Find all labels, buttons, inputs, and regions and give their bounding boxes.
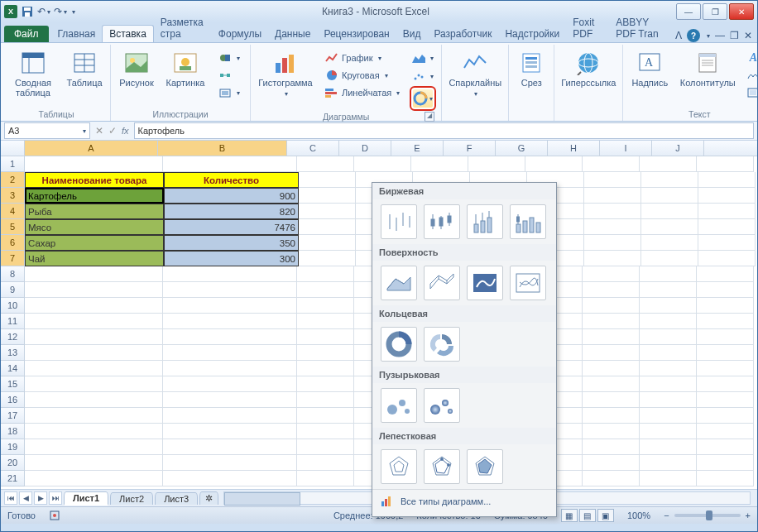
cell[interactable]: [640, 314, 697, 329]
shapes-button[interactable]: ▾: [213, 50, 245, 66]
redo-icon[interactable]: ↷▾: [54, 5, 67, 18]
cell[interactable]: [640, 329, 697, 345]
cell[interactable]: [583, 392, 640, 408]
cell[interactable]: [583, 471, 640, 486]
col-header-B[interactable]: B: [158, 141, 287, 156]
cell[interactable]: [583, 156, 640, 172]
cell[interactable]: [163, 345, 297, 361]
row-header[interactable]: 16: [1, 392, 25, 408]
column-chart-button[interactable]: Гистограмма▾: [256, 48, 315, 101]
cell[interactable]: [697, 471, 754, 486]
row-header[interactable]: 8: [1, 266, 25, 282]
row-header[interactable]: 5: [1, 219, 25, 235]
cell[interactable]: [640, 376, 697, 392]
cell[interactable]: [25, 314, 163, 329]
stock-chart-4[interactable]: [510, 204, 546, 239]
cell[interactable]: 7476: [164, 219, 299, 235]
cell[interactable]: 820: [164, 204, 299, 219]
zoom-in-icon[interactable]: +: [746, 510, 751, 520]
slicer-button[interactable]: Срез: [514, 48, 549, 89]
cell[interactable]: [697, 361, 754, 376]
bubble-chart-2[interactable]: [424, 388, 460, 423]
pivot-table-button[interactable]: Сводная таблица: [7, 48, 59, 99]
cell[interactable]: [525, 156, 583, 172]
close-button[interactable]: ✕: [729, 3, 754, 20]
cell[interactable]: [640, 282, 697, 298]
save-icon[interactable]: [21, 5, 34, 18]
sheet-tab-1[interactable]: Лист1: [64, 491, 108, 506]
sheet-nav-next[interactable]: ▶: [34, 491, 47, 505]
row-header[interactable]: 11: [1, 314, 25, 329]
cell[interactable]: [25, 455, 163, 471]
cell[interactable]: [297, 329, 354, 345]
tab-addins[interactable]: Надстройки: [498, 26, 566, 42]
select-all-corner[interactable]: [1, 141, 25, 156]
cell[interactable]: [641, 204, 698, 219]
cell[interactable]: [411, 156, 468, 172]
cell[interactable]: [299, 251, 356, 266]
cell[interactable]: [297, 361, 354, 376]
signature-button[interactable]: ▾: [744, 67, 758, 84]
col-header-I[interactable]: I: [600, 141, 652, 156]
cell[interactable]: [299, 204, 356, 219]
row-header[interactable]: 15: [1, 376, 25, 392]
maximize-button[interactable]: ❐: [703, 3, 727, 20]
object-button[interactable]: [744, 84, 758, 101]
tab-home[interactable]: Главная: [51, 26, 103, 42]
wordart-button[interactable]: A: [744, 50, 758, 66]
area-chart-button[interactable]: ▾: [410, 50, 436, 66]
cell[interactable]: [468, 156, 525, 172]
cell[interactable]: Мясо: [25, 219, 164, 235]
help-dropdown-icon[interactable]: ▾: [707, 32, 710, 40]
tab-foxit[interactable]: Foxit PDF: [566, 14, 609, 42]
cell[interactable]: [698, 204, 756, 219]
cell[interactable]: [297, 314, 354, 329]
cell[interactable]: [641, 219, 698, 235]
cell[interactable]: [641, 172, 698, 188]
fx-icon[interactable]: fx: [122, 126, 129, 136]
cell[interactable]: [640, 408, 697, 424]
cell[interactable]: [163, 471, 297, 486]
undo-icon[interactable]: ↶▾: [37, 5, 50, 18]
tab-abbyy[interactable]: ABBYY PDF Tran: [609, 14, 675, 42]
tab-review[interactable]: Рецензирован: [317, 26, 396, 42]
cell[interactable]: [297, 408, 354, 424]
sheet-nav-prev[interactable]: ◀: [19, 491, 32, 505]
cell[interactable]: [25, 156, 163, 172]
cell[interactable]: [25, 361, 163, 376]
cell[interactable]: [583, 439, 640, 455]
cell[interactable]: 350: [164, 235, 299, 251]
cell[interactable]: [163, 361, 297, 376]
cell[interactable]: [299, 172, 356, 188]
cell[interactable]: [297, 376, 354, 392]
row-header[interactable]: 17: [1, 408, 25, 424]
cell[interactable]: [697, 424, 754, 439]
cell[interactable]: [583, 266, 640, 282]
cell[interactable]: [163, 329, 297, 345]
cell[interactable]: [697, 266, 754, 282]
tab-page-layout[interactable]: Разметка стра: [154, 14, 212, 42]
cell[interactable]: [584, 235, 641, 251]
name-box[interactable]: A3▾: [4, 122, 90, 139]
minimize-ribbon-icon[interactable]: ᐱ: [675, 30, 682, 41]
header-footer-button[interactable]: Колонтитулы: [676, 48, 739, 89]
scatter-chart-button[interactable]: ▾: [410, 68, 436, 84]
cell[interactable]: [584, 188, 641, 204]
row-header[interactable]: 9: [1, 282, 25, 298]
help-icon[interactable]: ?: [687, 29, 700, 42]
cell[interactable]: [640, 345, 697, 361]
bubble-chart-1[interactable]: [381, 388, 417, 423]
cell[interactable]: [640, 471, 697, 486]
doughnut-chart-1[interactable]: [381, 327, 417, 362]
cell[interactable]: [583, 345, 640, 361]
surface-chart-2[interactable]: [424, 266, 460, 300]
row-header[interactable]: 21: [1, 471, 25, 486]
cell[interactable]: [583, 329, 640, 345]
stock-chart-1[interactable]: [381, 204, 417, 239]
doc-minimize-icon[interactable]: —: [715, 30, 725, 41]
cell[interactable]: [299, 219, 356, 235]
cell[interactable]: [25, 282, 163, 298]
zoom-slider[interactable]: − +: [664, 510, 751, 520]
surface-chart-3[interactable]: [467, 266, 503, 300]
cell[interactable]: [640, 361, 697, 376]
